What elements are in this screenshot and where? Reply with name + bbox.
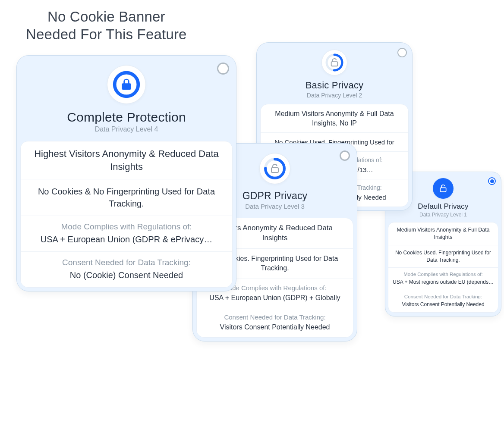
page-headline: No Cookie BannerNeeded For This Feature	[26, 8, 187, 44]
consent-label: Consent Needed for Data Tracking:	[204, 313, 346, 321]
privacy-card-level4[interactable]: Complete Protection Data Privacy Level 4…	[16, 55, 236, 291]
select-radio-level3[interactable]	[340, 150, 350, 161]
lock-badge	[107, 65, 146, 104]
lock-closed-icon	[120, 78, 133, 91]
anonymity-text: Highest Visitors Anonymity & Reduced Dat…	[28, 147, 224, 173]
lock-badge	[259, 153, 290, 184]
tracking-text: No Cookies Used. Fingerprinting Used for…	[392, 249, 495, 264]
tracking-text: No Cookies & No Fingerprinting Used for …	[28, 185, 224, 210]
card-subtitle: Data Privacy Level 4	[25, 125, 227, 133]
consent-label: Consent Needed for Data Tracking:	[28, 258, 224, 267]
consent-value: No (Cookie) Consent Needed	[28, 269, 224, 281]
compliance-value: USA + European Union (GDPR & ePrivacy…	[28, 233, 224, 245]
card-subtitle: Data Privacy Level 2	[264, 92, 405, 99]
anonymity-text: Medium Visitors Anonymity & Full Data In…	[267, 109, 402, 128]
select-radio-level2[interactable]	[397, 48, 407, 57]
card-title: Basic Privacy	[264, 80, 405, 91]
compliance-label: Mode Complies with Regulations of:	[392, 272, 495, 277]
consent-value: Visitors Consent Potentially Needed	[392, 301, 495, 308]
card-title: Complete Protection	[25, 110, 227, 125]
consent-value: Visitors Consent Potentially Needed	[204, 323, 346, 332]
compliance-label: Mode Complies with Regulations of:	[28, 222, 224, 232]
card-subtitle: Data Privacy Level 1	[390, 212, 497, 218]
lock-badge	[433, 178, 454, 199]
anonymity-text: Medium Visitors Anonymity & Full Data In…	[392, 226, 495, 241]
lock-badge	[321, 50, 347, 75]
select-radio-level1[interactable]	[488, 177, 496, 185]
lock-open-icon	[270, 163, 280, 174]
compliance-value: USA + European Union (GDPR) + Globally	[204, 293, 346, 303]
consent-label: Consent Needed for Data Tracking:	[392, 294, 495, 299]
compliance-value: USA + Most regions outside EU (depends…	[392, 279, 495, 286]
lock-open-icon	[330, 58, 339, 67]
select-radio-level4[interactable]	[217, 63, 229, 75]
card-details-panel: Medium Visitors Anonymity & Full Data In…	[388, 222, 498, 313]
card-details-panel: Highest Visitors Anonymity & Reduced Dat…	[20, 141, 233, 288]
lock-open-icon	[439, 184, 447, 193]
